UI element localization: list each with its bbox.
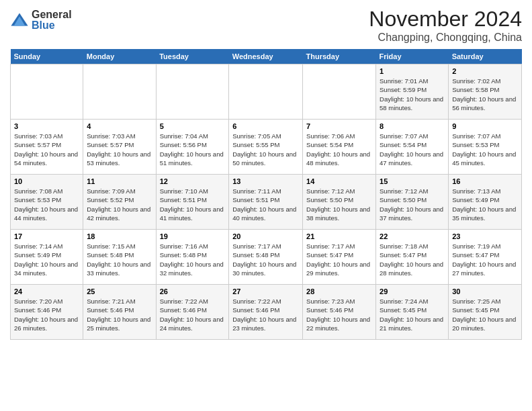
header-tuesday: Tuesday	[156, 49, 229, 64]
day-number: 14	[306, 177, 372, 185]
header-row: SundayMondayTuesdayWednesdayThursdayFrid…	[11, 49, 522, 64]
calendar-cell	[303, 64, 376, 120]
calendar-cell: 1Sunrise: 7:01 AMSunset: 5:59 PMDaylight…	[376, 64, 449, 120]
day-info: Sunrise: 7:05 AMSunset: 5:55 PMDaylight:…	[232, 132, 299, 167]
calendar-cell: 8Sunrise: 7:07 AMSunset: 5:54 PMDaylight…	[376, 120, 449, 175]
logo-general: General	[32, 9, 72, 20]
day-info: Sunrise: 7:08 AMSunset: 5:53 PMDaylight:…	[14, 187, 79, 222]
day-info: Sunrise: 7:12 AMSunset: 5:50 PMDaylight:…	[306, 187, 372, 222]
day-info: Sunrise: 7:13 AMSunset: 5:49 PMDaylight:…	[452, 187, 518, 222]
logo-icon	[10, 11, 29, 30]
day-number: 25	[87, 287, 152, 295]
day-number: 8	[380, 122, 445, 130]
day-info: Sunrise: 7:07 AMSunset: 5:53 PMDaylight:…	[452, 132, 518, 167]
calendar-cell: 6Sunrise: 7:05 AMSunset: 5:55 PMDaylight…	[229, 120, 303, 175]
calendar-cell: 30Sunrise: 7:25 AMSunset: 5:45 PMDayligh…	[449, 285, 522, 340]
calendar-cell: 2Sunrise: 7:02 AMSunset: 5:58 PMDaylight…	[449, 64, 522, 120]
calendar-cell: 24Sunrise: 7:20 AMSunset: 5:46 PMDayligh…	[11, 285, 83, 340]
title-block: November 2024 Changping, Chongqing, Chin…	[369, 7, 522, 44]
calendar-cell: 3Sunrise: 7:03 AMSunset: 5:57 PMDaylight…	[11, 120, 83, 175]
logo-text: General Blue	[32, 9, 72, 31]
calendar-cell: 17Sunrise: 7:14 AMSunset: 5:49 PMDayligh…	[11, 230, 83, 285]
day-info: Sunrise: 7:25 AMSunset: 5:45 PMDaylight:…	[452, 297, 518, 332]
day-info: Sunrise: 7:04 AMSunset: 5:56 PMDaylight:…	[160, 132, 226, 167]
day-number: 30	[452, 287, 518, 295]
month-title: November 2024	[369, 7, 522, 32]
day-number: 5	[160, 122, 226, 130]
day-number: 29	[380, 287, 445, 295]
day-info: Sunrise: 7:14 AMSunset: 5:49 PMDaylight:…	[14, 242, 79, 277]
day-info: Sunrise: 7:11 AMSunset: 5:51 PMDaylight:…	[232, 187, 299, 222]
calendar-cell: 4Sunrise: 7:03 AMSunset: 5:57 PMDaylight…	[83, 120, 156, 175]
day-number: 12	[160, 177, 226, 185]
week-row: 3Sunrise: 7:03 AMSunset: 5:57 PMDaylight…	[11, 120, 522, 175]
day-number: 3	[14, 122, 79, 130]
day-info: Sunrise: 7:19 AMSunset: 5:47 PMDaylight:…	[452, 242, 518, 277]
logo: General Blue	[10, 9, 72, 31]
header-thursday: Thursday	[303, 49, 376, 64]
day-info: Sunrise: 7:17 AMSunset: 5:48 PMDaylight:…	[232, 242, 299, 277]
day-number: 10	[14, 177, 79, 185]
calendar-cell: 7Sunrise: 7:06 AMSunset: 5:54 PMDaylight…	[303, 120, 376, 175]
header-saturday: Saturday	[449, 49, 522, 64]
day-number: 23	[452, 232, 518, 240]
day-info: Sunrise: 7:20 AMSunset: 5:46 PMDaylight:…	[14, 297, 79, 332]
day-info: Sunrise: 7:24 AMSunset: 5:45 PMDaylight:…	[380, 297, 445, 332]
day-number: 1	[380, 67, 445, 75]
calendar-cell: 25Sunrise: 7:21 AMSunset: 5:46 PMDayligh…	[83, 285, 156, 340]
calendar-cell: 21Sunrise: 7:17 AMSunset: 5:47 PMDayligh…	[303, 230, 376, 285]
calendar-cell: 13Sunrise: 7:11 AMSunset: 5:51 PMDayligh…	[229, 175, 303, 230]
day-info: Sunrise: 7:16 AMSunset: 5:48 PMDaylight:…	[160, 242, 226, 277]
page-header: General Blue November 2024 Changping, Ch…	[10, 7, 522, 44]
week-row: 1Sunrise: 7:01 AMSunset: 5:59 PMDaylight…	[11, 64, 522, 120]
day-number: 16	[452, 177, 518, 185]
calendar-table: SundayMondayTuesdayWednesdayThursdayFrid…	[10, 49, 522, 340]
calendar-cell: 22Sunrise: 7:18 AMSunset: 5:47 PMDayligh…	[376, 230, 449, 285]
day-number: 2	[452, 67, 518, 75]
day-number: 4	[87, 122, 152, 130]
calendar-cell: 20Sunrise: 7:17 AMSunset: 5:48 PMDayligh…	[229, 230, 303, 285]
day-number: 24	[14, 287, 79, 295]
logo-blue: Blue	[32, 20, 72, 31]
day-info: Sunrise: 7:03 AMSunset: 5:57 PMDaylight:…	[14, 132, 79, 167]
day-info: Sunrise: 7:17 AMSunset: 5:47 PMDaylight:…	[306, 242, 372, 277]
calendar-cell	[229, 64, 303, 120]
header-wednesday: Wednesday	[229, 49, 303, 64]
week-row: 10Sunrise: 7:08 AMSunset: 5:53 PMDayligh…	[11, 175, 522, 230]
calendar-cell	[156, 64, 229, 120]
day-info: Sunrise: 7:06 AMSunset: 5:54 PMDaylight:…	[306, 132, 372, 167]
day-number: 7	[306, 122, 372, 130]
day-info: Sunrise: 7:15 AMSunset: 5:48 PMDaylight:…	[87, 242, 152, 277]
calendar-cell: 15Sunrise: 7:12 AMSunset: 5:50 PMDayligh…	[376, 175, 449, 230]
day-number: 11	[87, 177, 152, 185]
day-number: 28	[306, 287, 372, 295]
calendar-cell: 23Sunrise: 7:19 AMSunset: 5:47 PMDayligh…	[449, 230, 522, 285]
calendar-cell: 5Sunrise: 7:04 AMSunset: 5:56 PMDaylight…	[156, 120, 229, 175]
day-number: 19	[160, 232, 226, 240]
location-title: Changping, Chongqing, China	[369, 32, 522, 44]
header-monday: Monday	[83, 49, 156, 64]
day-number: 15	[380, 177, 445, 185]
day-info: Sunrise: 7:02 AMSunset: 5:58 PMDaylight:…	[452, 77, 518, 112]
calendar-cell: 19Sunrise: 7:16 AMSunset: 5:48 PMDayligh…	[156, 230, 229, 285]
day-info: Sunrise: 7:22 AMSunset: 5:46 PMDaylight:…	[232, 297, 299, 332]
day-info: Sunrise: 7:03 AMSunset: 5:57 PMDaylight:…	[87, 132, 152, 167]
day-number: 17	[14, 232, 79, 240]
calendar-cell: 9Sunrise: 7:07 AMSunset: 5:53 PMDaylight…	[449, 120, 522, 175]
day-info: Sunrise: 7:10 AMSunset: 5:51 PMDaylight:…	[160, 187, 226, 222]
day-number: 18	[87, 232, 152, 240]
day-number: 26	[160, 287, 226, 295]
day-info: Sunrise: 7:12 AMSunset: 5:50 PMDaylight:…	[380, 187, 445, 222]
day-info: Sunrise: 7:01 AMSunset: 5:59 PMDaylight:…	[380, 77, 445, 112]
week-row: 17Sunrise: 7:14 AMSunset: 5:49 PMDayligh…	[11, 230, 522, 285]
day-info: Sunrise: 7:22 AMSunset: 5:46 PMDaylight:…	[160, 297, 226, 332]
day-info: Sunrise: 7:21 AMSunset: 5:46 PMDaylight:…	[87, 297, 152, 332]
day-number: 20	[232, 232, 299, 240]
calendar-cell: 10Sunrise: 7:08 AMSunset: 5:53 PMDayligh…	[11, 175, 83, 230]
week-row: 24Sunrise: 7:20 AMSunset: 5:46 PMDayligh…	[11, 285, 522, 340]
calendar-cell: 16Sunrise: 7:13 AMSunset: 5:49 PMDayligh…	[449, 175, 522, 230]
calendar-cell: 11Sunrise: 7:09 AMSunset: 5:52 PMDayligh…	[83, 175, 156, 230]
day-number: 13	[232, 177, 299, 185]
day-info: Sunrise: 7:23 AMSunset: 5:46 PMDaylight:…	[306, 297, 372, 332]
calendar-cell: 12Sunrise: 7:10 AMSunset: 5:51 PMDayligh…	[156, 175, 229, 230]
